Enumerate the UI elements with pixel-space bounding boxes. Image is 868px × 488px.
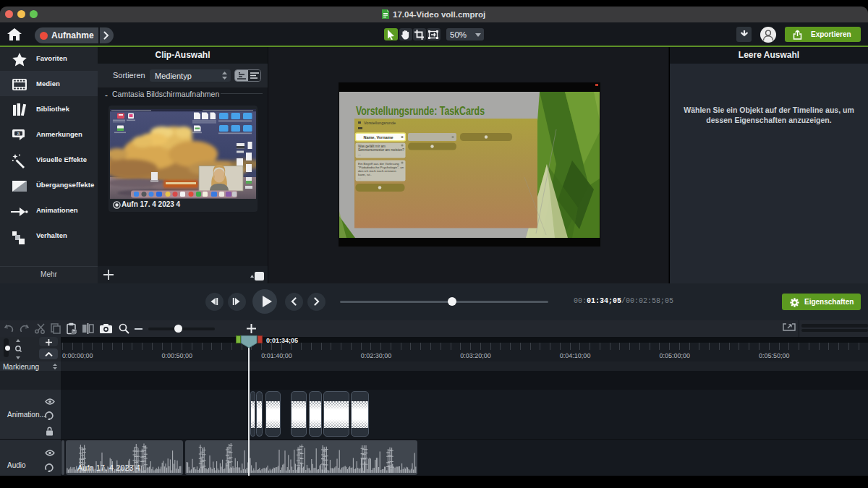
svg-text:Vorstellungsrunde: TaskCards: Vorstellungsrunde: TaskCards	[356, 104, 485, 118]
svg-text:...: ...	[358, 176, 361, 179]
svg-text:...: ...	[358, 152, 361, 155]
svg-text:Sommersemester am meisten?: Sommersemester am meisten?	[358, 147, 404, 151]
svg-text:a: a	[17, 131, 20, 136]
svg-text:Name, Vorname: Name, Vorname	[363, 134, 393, 139]
svg-text:Vorstellungsrunde: Vorstellungsrunde	[364, 121, 396, 125]
